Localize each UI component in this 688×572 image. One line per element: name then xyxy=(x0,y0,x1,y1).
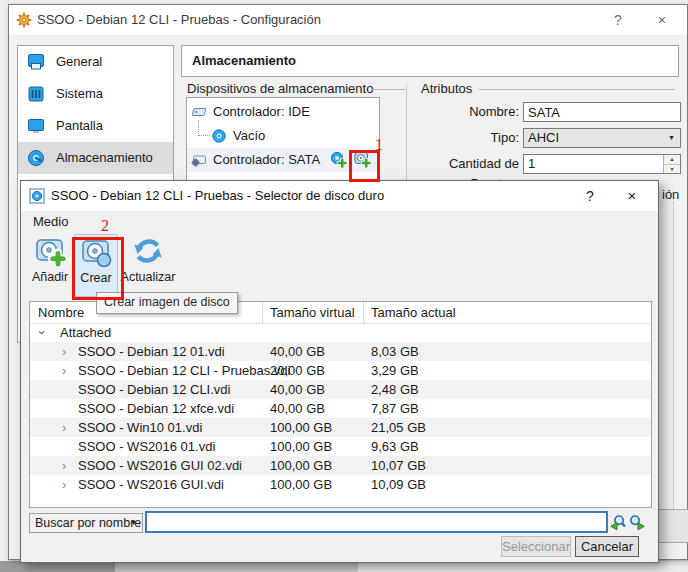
spinner-buttons[interactable]: ▲ ▼ xyxy=(663,155,680,173)
disk-name: SSOO - WS2016 GUI.vdi xyxy=(78,475,224,494)
chevron-down-icon: ▼ xyxy=(668,129,675,147)
actual-size: 21,05 GB xyxy=(371,418,426,437)
selector-titlebar[interactable]: SSOO - Debian 12 CLI - Pruebas - Selecto… xyxy=(21,181,658,211)
add-disk-icon xyxy=(34,235,66,267)
close-button[interactable]: × xyxy=(651,5,673,35)
toolbar-refresh-button[interactable]: Actualizar xyxy=(119,235,177,295)
optical-disc-icon xyxy=(211,128,227,144)
annotation-box-1 xyxy=(349,150,380,182)
search-filter-select[interactable]: Buscar por nombre ▼ xyxy=(29,513,143,533)
column-header-virtual-size[interactable]: Tamaño virtual xyxy=(270,302,355,323)
table-row[interactable]: › SSOO - Win10 01.vdi 100,00 GB 21,05 GB xyxy=(30,418,651,437)
tree-item-controller-ide[interactable]: Controlador: IDE xyxy=(187,100,379,124)
refresh-icon xyxy=(132,235,164,267)
disk-name: SSOO - Debian 12 01.vdi xyxy=(78,342,225,361)
column-divider xyxy=(262,302,263,323)
add-optical-drive-icon[interactable] xyxy=(330,151,347,168)
annotation-digit-1: 1 xyxy=(375,136,383,154)
port-count-value: 1 xyxy=(528,156,535,171)
name-label: Nombre: xyxy=(404,102,519,122)
attr-row-ports: Cantidad de Puertos: 1 ▲ ▼ xyxy=(404,154,681,174)
virtual-size: 40,00 GB xyxy=(270,342,325,361)
clipped-checkbox-text: ión xyxy=(662,185,679,205)
chevron-down-icon: ▼ xyxy=(130,514,137,532)
search-next-icon[interactable] xyxy=(628,514,645,531)
group-divider xyxy=(371,89,405,90)
chevron-right-icon[interactable]: › xyxy=(62,475,66,494)
virtual-size: 40,00 GB xyxy=(270,399,325,418)
close-button[interactable]: × xyxy=(621,181,643,211)
table-row[interactable]: › SSOO - WS2016 GUI.vdi 100,00 GB 10,09 … xyxy=(30,475,651,494)
virtual-size: 20,00 GB xyxy=(270,361,325,380)
spin-down-icon[interactable]: ▼ xyxy=(664,165,680,174)
selector-title: SSOO - Debian 12 CLI - Pruebas - Selecto… xyxy=(51,181,384,211)
help-button[interactable]: ? xyxy=(579,181,601,211)
menu-medio[interactable]: Medio xyxy=(23,211,78,233)
actual-size: 3,29 GB xyxy=(371,361,419,380)
table-row[interactable]: › SSOO - Debian 12 CLI.vdi 40,00 GB 2,48… xyxy=(30,380,651,399)
disk-selector-dialog: SSOO - Debian 12 CLI - Pruebas - Selecto… xyxy=(20,180,659,563)
cancel-button[interactable]: Cancelar xyxy=(575,536,639,557)
attr-row-type: Tipo: AHCI ▼ xyxy=(404,128,681,148)
search-input[interactable] xyxy=(145,511,608,533)
column-header-name[interactable]: Nombre xyxy=(38,302,84,323)
sata-controller-icon xyxy=(191,152,207,168)
disk-image-icon xyxy=(29,188,45,204)
table-row[interactable]: › SSOO - Debian 12 01.vdi 40,00 GB 8,03 … xyxy=(30,342,651,361)
controller-name-input[interactable] xyxy=(523,102,681,122)
general-icon xyxy=(26,52,46,72)
selected-type-value: AHCI xyxy=(528,130,559,145)
table-row[interactable]: › SSOO - Debian 12 xfce.vdi 40,00 GB 7,8… xyxy=(30,399,651,418)
actual-size: 10,09 GB xyxy=(371,475,426,494)
select-button[interactable]: Seleccionar xyxy=(501,536,571,557)
settings-titlebar[interactable]: SSOO - Debian 12 CLI - Pruebas - Configu… xyxy=(9,5,687,35)
backdrop-strip xyxy=(0,0,8,561)
virtual-size: 100,00 GB xyxy=(270,437,332,456)
chevron-down-icon[interactable]: › xyxy=(33,330,52,334)
sidebar-label: General xyxy=(56,46,102,78)
chevron-right-icon[interactable]: › xyxy=(62,361,66,380)
spin-up-icon[interactable]: ▲ xyxy=(664,155,680,165)
table-row[interactable]: › SSOO - Debian 12 CLI - Pruebas.vdi 20,… xyxy=(30,361,651,380)
gear-icon xyxy=(16,12,32,28)
search-previous-icon[interactable] xyxy=(610,514,627,531)
chevron-right-icon[interactable]: › xyxy=(62,418,66,437)
sidebar-item-almacenamiento[interactable]: Almacenamiento xyxy=(18,142,173,174)
sidebar-label: Sistema xyxy=(56,78,103,110)
table-row[interactable]: › SSOO - WS2016 01.vdi 100,00 GB 9,63 GB xyxy=(30,437,651,456)
devices-group-label: Dispositivos de almacenamiento xyxy=(187,81,373,96)
sidebar-item-general[interactable]: General xyxy=(18,46,173,78)
actual-size: 9,63 GB xyxy=(371,437,419,456)
sidebar-label: Pantalla xyxy=(56,110,103,142)
ide-controller-icon xyxy=(191,104,207,120)
actual-size: 2,48 GB xyxy=(371,380,419,399)
page-title: Almacenamiento xyxy=(192,53,296,68)
toolbar-add-button[interactable]: Añadir xyxy=(27,235,73,295)
group-divider xyxy=(479,89,675,90)
table-row[interactable]: › SSOO - WS2016 GUI 02.vdi 100,00 GB 10,… xyxy=(30,456,651,475)
chevron-right-icon[interactable]: › xyxy=(62,342,66,361)
help-button[interactable]: ? xyxy=(607,5,629,35)
column-header-actual-size[interactable]: Tamaño actual xyxy=(371,302,456,323)
disk-name: SSOO - Debian 12 CLI.vdi xyxy=(78,380,230,399)
display-icon xyxy=(26,116,46,136)
annotation-digit-2: 2 xyxy=(101,217,109,235)
sidebar-label: Almacenamiento xyxy=(56,142,153,174)
virtual-size: 100,00 GB xyxy=(270,456,332,475)
sidebar-item-sistema[interactable]: Sistema xyxy=(18,78,173,110)
port-count-spinner[interactable]: 1 ▲ ▼ xyxy=(523,154,681,174)
virtual-size: 100,00 GB xyxy=(270,418,332,437)
group-label: Attached xyxy=(60,323,111,342)
actual-size: 10,07 GB xyxy=(371,456,426,475)
table-group-row[interactable]: › Attached xyxy=(30,323,651,342)
settings-title: SSOO - Debian 12 CLI - Pruebas - Configu… xyxy=(37,5,321,35)
virtual-size: 100,00 GB xyxy=(270,475,332,494)
sidebar-item-pantalla[interactable]: Pantalla xyxy=(18,110,173,142)
disk-name: SSOO - Debian 12 xfce.vdi xyxy=(78,399,234,418)
chevron-right-icon[interactable]: › xyxy=(62,456,66,475)
search-filter-label: Buscar por nombre xyxy=(35,514,141,532)
storage-disk-icon xyxy=(26,148,46,168)
controller-type-select[interactable]: AHCI ▼ xyxy=(523,128,681,148)
toolbar-refresh-label: Actualizar xyxy=(119,270,177,284)
tree-item-empty-cd[interactable]: Vacío xyxy=(187,124,379,148)
